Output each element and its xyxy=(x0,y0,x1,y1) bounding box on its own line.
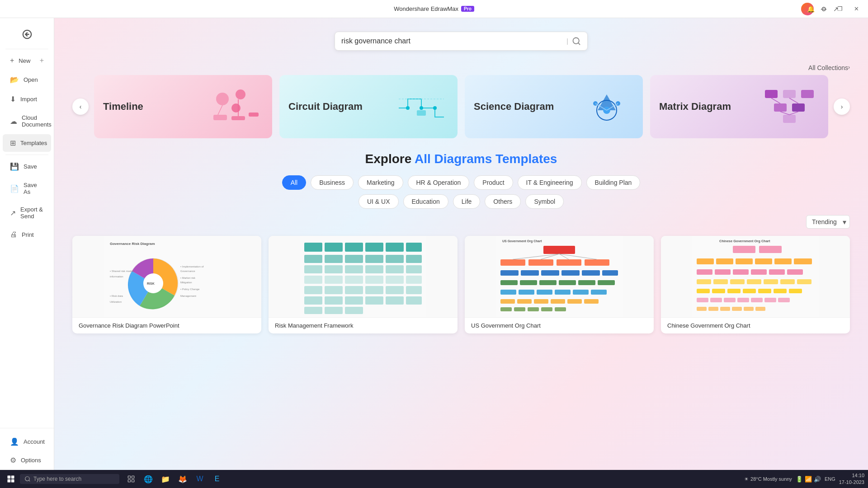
svg-rect-122 xyxy=(567,299,582,304)
filter-tag-ui[interactable]: UI & UX xyxy=(359,194,399,209)
template-card-label-governance-risk: Governance Risk Diagram PowerPoint xyxy=(72,317,261,333)
svg-rect-54 xyxy=(386,243,404,252)
all-collections-chevron[interactable]: › xyxy=(848,64,850,71)
svg-rect-180 xyxy=(128,480,130,482)
minimize-button[interactable]: — xyxy=(817,3,830,15)
volume-icon[interactable]: 🔊 xyxy=(814,476,821,483)
explore-title-highlight: All Diagrams Templates xyxy=(415,152,557,166)
svg-rect-87 xyxy=(325,307,343,314)
filter-tag-building[interactable]: Building Plan xyxy=(586,175,641,190)
taskbar: Type here to search 🌐 📁 🦊 W E ☀ 28°C Mos… xyxy=(0,470,868,488)
search-input[interactable] xyxy=(341,37,563,45)
filter-tag-symbol[interactable]: Symbol xyxy=(525,194,564,209)
battery-icon[interactable]: 🔋 xyxy=(796,476,803,483)
taskbar-app-edge[interactable]: 🌐 xyxy=(140,471,156,487)
filter-tag-hr[interactable]: HR & Operation xyxy=(408,175,470,190)
filter-tag-all[interactable]: All xyxy=(282,175,307,190)
taskbar-app-taskview[interactable] xyxy=(123,471,139,487)
svg-rect-166 xyxy=(697,307,707,311)
svg-rect-179 xyxy=(132,476,134,478)
sidebar-item-print[interactable]: 🖨 Print xyxy=(3,226,51,243)
svg-rect-110 xyxy=(578,280,595,285)
svg-rect-149 xyxy=(764,279,778,284)
pro-badge: Pro xyxy=(461,6,474,12)
sidebar-item-label-templates: Templates xyxy=(20,140,47,146)
sidebar-item-save[interactable]: 💾 Save xyxy=(3,158,51,175)
carousel-card-science[interactable]: Science Diagram xyxy=(465,75,643,138)
sidebar-item-options[interactable]: ⚙ Options xyxy=(3,451,51,469)
taskbar-time: 14:10 xyxy=(839,472,864,479)
carousel-card-matrix[interactable]: Matrix Diagram xyxy=(650,75,828,138)
svg-line-32 xyxy=(780,112,789,115)
template-card-us-org[interactable]: US Government Org Chart xyxy=(465,236,654,333)
svg-rect-92 xyxy=(500,259,525,266)
svg-line-31 xyxy=(789,98,798,103)
filter-tag-marketing[interactable]: Marketing xyxy=(358,175,403,190)
taskbar-clock[interactable]: 14:10 17-10-2023 xyxy=(839,472,864,486)
sidebar-item-import[interactable]: ⬇ Import xyxy=(3,90,51,108)
back-button[interactable] xyxy=(16,23,38,45)
sidebar-item-cloud[interactable]: ☁ Cloud Documents xyxy=(3,110,51,132)
taskbar-app-edrawmax[interactable]: E xyxy=(209,471,225,487)
sort-wrapper: Trending Newest Popular xyxy=(806,215,850,229)
close-button[interactable]: ✕ xyxy=(850,3,863,15)
carousel-card-img-timeline xyxy=(209,85,263,128)
svg-rect-64 xyxy=(345,265,363,273)
sort-select[interactable]: Trending Newest Popular xyxy=(806,215,850,229)
taskbar-app-files[interactable]: 📁 xyxy=(157,471,174,487)
svg-rect-100 xyxy=(500,270,519,276)
svg-rect-153 xyxy=(712,289,725,293)
template-card-teal-grid[interactable]: Risk Management Framework xyxy=(269,236,458,333)
save-icon: 💾 xyxy=(10,162,19,171)
svg-rect-139 xyxy=(697,269,712,275)
svg-rect-7 xyxy=(213,115,227,120)
windows-start-button[interactable] xyxy=(4,472,18,486)
sidebar-item-account[interactable]: 👤 Account xyxy=(3,433,51,450)
svg-rect-51 xyxy=(325,243,343,252)
svg-rect-114 xyxy=(537,290,552,295)
maximize-button[interactable]: ❐ xyxy=(834,3,846,15)
notification-icon[interactable]: 🔔 xyxy=(805,4,817,14)
svg-rect-68 xyxy=(304,276,322,284)
svg-text:Chinese Government Org Chart: Chinese Government Org Chart xyxy=(719,239,770,243)
svg-rect-109 xyxy=(559,280,576,285)
template-card-chinese-org[interactable]: Chinese Government Org Chart xyxy=(661,236,850,333)
sidebar-item-save-as[interactable]: 📄 Save As xyxy=(3,177,51,200)
filter-tag-business[interactable]: Business xyxy=(311,175,354,190)
filter-tags-row1: All Business Marketing HR & Operation Pr… xyxy=(72,175,850,190)
filter-tag-it[interactable]: IT & Engineering xyxy=(518,175,582,190)
svg-rect-25 xyxy=(783,90,796,98)
carousel-next[interactable]: › xyxy=(834,99,850,115)
taskbar-app-word[interactable]: W xyxy=(192,471,208,487)
carousel-prev[interactable]: ‹ xyxy=(72,99,89,115)
carousel-card-timeline[interactable]: Timeline xyxy=(94,75,272,138)
svg-text:Governance: Governance xyxy=(180,270,195,272)
filter-tag-product[interactable]: Product xyxy=(474,175,513,190)
explore-title: Explore All Diagrams Templates xyxy=(72,152,850,166)
svg-rect-125 xyxy=(514,307,525,311)
filter-tag-others[interactable]: Others xyxy=(485,194,521,209)
sidebar-item-label-options: Options xyxy=(21,457,41,464)
template-card-governance-risk[interactable]: Governance Risk Diagram RISK • Implement… xyxy=(72,236,261,333)
sidebar-item-label-open: Open xyxy=(24,76,38,83)
svg-rect-56 xyxy=(304,255,322,263)
wifi-icon[interactable]: 📶 xyxy=(805,476,812,483)
svg-rect-156 xyxy=(758,289,771,293)
taskbar-search-bar[interactable]: Type here to search xyxy=(20,474,119,484)
filter-tag-education[interactable]: Education xyxy=(403,194,448,209)
sidebar-item-export[interactable]: ↗ Export & Send xyxy=(3,202,51,224)
sidebar-item-new[interactable]: + New + xyxy=(3,52,51,69)
sidebar-item-templates[interactable]: ⊞ Templates xyxy=(3,134,51,152)
taskbar-language[interactable]: ENG xyxy=(825,476,835,482)
title-bar: Wondershare EdrawMax Pro 🔔 ⚙ ↗ — ❐ ✕ xyxy=(0,0,868,18)
svg-rect-70 xyxy=(345,276,363,284)
sidebar-item-open[interactable]: 📂 Open xyxy=(3,71,51,89)
taskbar-app-browser[interactable]: 🦊 xyxy=(175,471,191,487)
taskbar-right: ☀ 28°C Mostly sunny 🔋 📶 🔊 ENG 14:10 17-1… xyxy=(744,472,864,486)
carousel-card-circuit[interactable]: Circuit Diagram xyxy=(279,75,458,138)
svg-text:• Policy Change: • Policy Change xyxy=(180,288,200,291)
all-collections-link[interactable]: All Collections xyxy=(808,64,848,71)
svg-rect-71 xyxy=(365,276,383,284)
search-button[interactable] xyxy=(572,37,581,46)
filter-tag-life[interactable]: Life xyxy=(453,194,481,209)
